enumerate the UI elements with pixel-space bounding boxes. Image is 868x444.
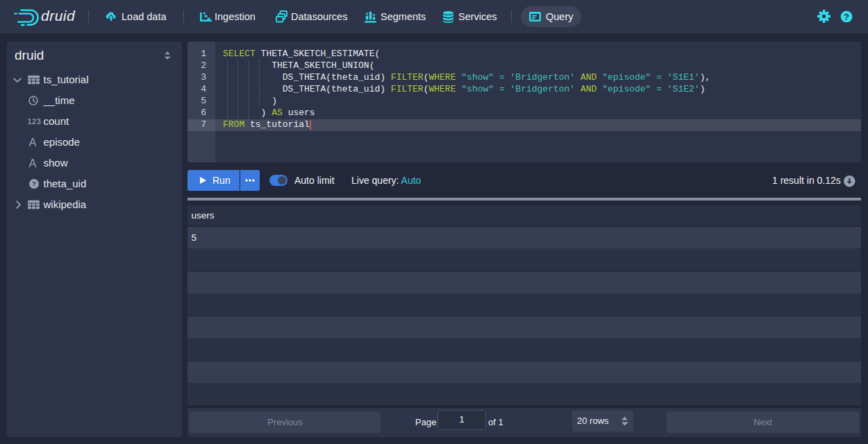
svg-text:?: ? (844, 12, 849, 22)
svg-text:?: ? (32, 180, 36, 187)
